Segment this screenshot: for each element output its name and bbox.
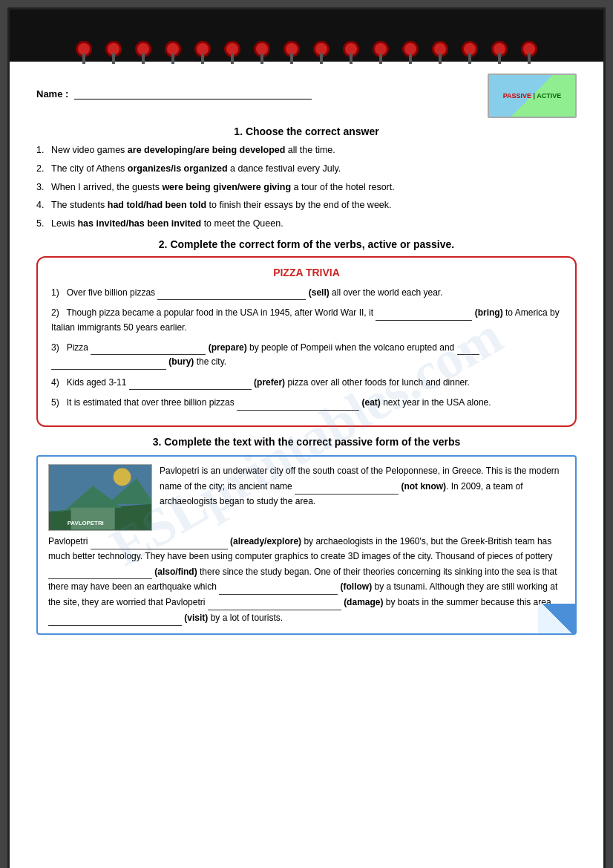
spiral-ring: [254, 41, 270, 57]
item-number: 1.: [36, 143, 44, 157]
answer-choices: had told/had been told: [108, 200, 206, 210]
item-number: 1): [51, 287, 59, 298]
fill-dash: [376, 306, 472, 321]
item-number: 4.: [36, 198, 44, 212]
answer-choices: are developing/are being developed: [128, 145, 286, 155]
item-number: 5.: [36, 217, 44, 231]
item-number: 2.: [36, 162, 44, 176]
pizza-title: PIZZA TRIVIA: [51, 267, 562, 278]
pavlo-text-body: Pavlopetri (already/explore) by archaeol…: [48, 534, 565, 626]
binder-clip: [28, 11, 50, 52]
fill-dash: [457, 341, 479, 356]
pizza-item: 1) Over five billion pizzas (sell) all o…: [51, 286, 562, 301]
pizza-item: 5) It is estimated that over three billi…: [51, 396, 562, 411]
spiral-ring: [76, 41, 92, 57]
active-label: ACTIVE: [537, 92, 561, 99]
list-item: 3. When I arrived, the guests were being…: [36, 180, 577, 195]
passive-label: PASSIVE: [503, 92, 531, 99]
pizza-box: PIZZA TRIVIA 1) Over five billion pizzas…: [36, 256, 577, 427]
verb-hint: (already/explore): [230, 536, 301, 546]
fill-dash: [48, 610, 182, 626]
answer-choices: has invited/has been invited: [77, 218, 201, 229]
svg-point-4: [114, 469, 131, 486]
name-field: Name :: [36, 74, 312, 99]
spiral-ring: [313, 41, 330, 57]
verb-hint: (sell): [309, 287, 330, 298]
fill-dash: [295, 479, 399, 495]
spiral-ring: [165, 41, 181, 57]
pavlo-image: PAVLOPETRI: [48, 464, 152, 531]
passive-active-badge: PASSIVE | ACTIVE: [488, 74, 577, 118]
verb-hint: (visit): [184, 613, 208, 623]
answer-choices: organizes/is organized: [128, 163, 228, 174]
fill-dash: [237, 397, 359, 411]
verb-hint: (prepare): [209, 342, 247, 353]
spiral-ring: [432, 41, 448, 57]
spiral-ring: [462, 41, 478, 57]
fill-dash: [91, 534, 228, 549]
pizza-item: 3) Pizza (prepare) by people of Pompeii …: [51, 341, 562, 370]
pa-text: PASSIVE | ACTIVE: [503, 91, 562, 101]
spiral-ring: [224, 41, 240, 57]
spiral-ring: [402, 41, 419, 57]
fill-dash: [219, 579, 338, 595]
section2-title: 2. Complete the correct form of the verb…: [36, 238, 577, 250]
spiral-ring: [194, 41, 211, 57]
spiral-ring: [373, 41, 389, 57]
section1-title: 1. Choose the correct answer: [36, 125, 577, 137]
binder-clip: [563, 11, 585, 52]
pavlo-box: PAVLOPETRI Pavlopetri is an underwater c…: [36, 455, 577, 635]
spiral-ring: [283, 41, 300, 57]
verb-hint: (damage): [344, 597, 383, 607]
fill-dash: [51, 355, 166, 370]
list-item: 5. Lewis has invited/has been invited to…: [36, 217, 577, 231]
svg-text:PAVLOPETRI: PAVLOPETRI: [68, 521, 104, 527]
spiral-ring: [105, 41, 122, 57]
verb-hint: (bury): [168, 356, 194, 367]
list-item: 1. New video games are developing/are be…: [36, 143, 577, 157]
verb-hint: (prefer): [254, 377, 285, 388]
item-number: 3.: [36, 180, 44, 195]
verb-hint: (bring): [475, 307, 503, 318]
header-row: Name : PASSIVE | ACTIVE: [36, 74, 577, 118]
spiral-ring: [343, 41, 359, 57]
verb-hint: (also/find): [154, 566, 197, 576]
item-number: 5): [51, 397, 59, 408]
fill-dash: [157, 286, 306, 301]
pizza-list: 1) Over five billion pizzas (sell) all o…: [51, 286, 562, 411]
clip-row: [10, 10, 603, 52]
verb-hint: (eat): [361, 397, 380, 408]
answer-choices: were being given/were giving: [162, 182, 291, 192]
landscape-svg: PAVLOPETRI: [49, 464, 151, 530]
pavlo-text-intro: Pavlopetri is an underwater city off the…: [160, 464, 565, 509]
spiral-bar: [10, 10, 603, 62]
verb-hint: (not know): [401, 480, 446, 491]
spiral-ring: [521, 41, 537, 57]
spiral-ring: [135, 41, 151, 57]
worksheet-page: ESLprintables.com Name : PASSIVE | ACTIV…: [7, 7, 606, 868]
content-area: Name : PASSIVE | ACTIVE 1. Choose the co…: [10, 62, 603, 650]
fill-dash: [48, 564, 152, 580]
section3-title: 3. Complete the text with the correct pa…: [36, 436, 577, 448]
pavlo-content-row: PAVLOPETRI Pavlopetri is an underwater c…: [48, 464, 565, 531]
name-label: Name :: [36, 88, 68, 99]
list-item: 2. The city of Athens organizes/is organ…: [36, 162, 577, 176]
corner-fold: [538, 604, 575, 633]
verb-hint: (follow): [341, 581, 373, 592]
fill-dash: [129, 376, 252, 391]
item-number: 3): [51, 342, 59, 353]
spiral-ring: [491, 41, 508, 57]
pizza-item: 4) Kids aged 3-11 (prefer) pizza over al…: [51, 376, 562, 391]
fill-dash: [91, 341, 206, 356]
item-number: 2): [51, 307, 59, 318]
pizza-item: 2) Though pizza became a popular food in…: [51, 306, 562, 334]
name-underline[interactable]: [74, 99, 312, 99]
list-item: 4. The students had told/had been told t…: [36, 198, 577, 212]
fill-dash: [208, 595, 341, 610]
item-number: 4): [51, 377, 59, 388]
section1-list: 1. New video games are developing/are be…: [36, 143, 577, 231]
